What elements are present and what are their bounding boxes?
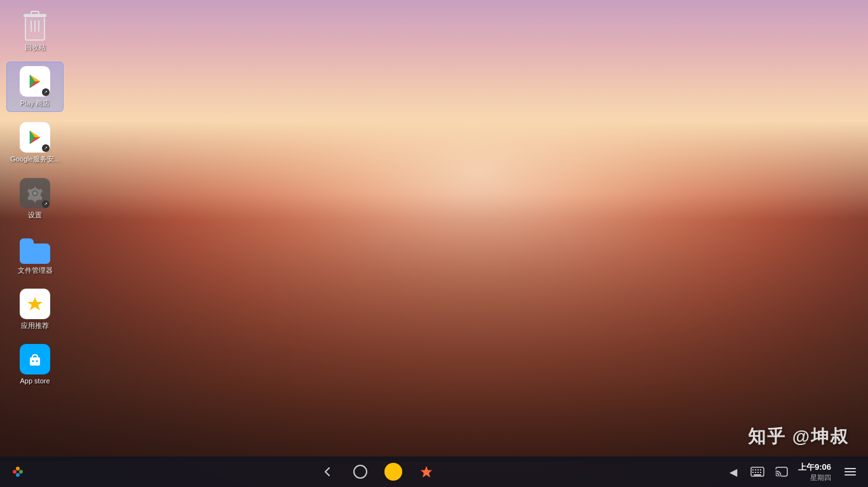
svg-point-16	[19, 470, 23, 474]
desktop-icon-settings[interactable]: 设置	[6, 174, 64, 223]
file-manager-icon	[20, 233, 50, 264]
svg-rect-28	[760, 472, 761, 473]
svg-rect-22	[755, 469, 756, 470]
app-store-label: App store	[20, 377, 50, 385]
svg-point-17	[16, 467, 20, 470]
back-button[interactable]	[316, 460, 339, 483]
settings-icon	[20, 178, 50, 209]
app-recommend-icon	[20, 289, 50, 319]
taskbar-nav	[31, 460, 723, 483]
desktop-icon-app-recommend[interactable]: 应用推荐	[6, 285, 64, 334]
taskbar: ◀ 上午9:0	[0, 456, 868, 487]
overflow-icon	[842, 465, 858, 478]
arrow-left-icon: ◀	[729, 466, 737, 478]
clock-date: 星期四	[810, 473, 831, 483]
play-store-icon	[20, 66, 50, 97]
svg-point-14	[36, 360, 38, 362]
svg-marker-19	[421, 466, 432, 477]
desktop-icons: 回收站 Play 商店	[6, 6, 64, 389]
trash-icon	[20, 10, 50, 41]
settings-badge	[42, 200, 50, 208]
play-store-label: Play 商店	[20, 99, 50, 107]
svg-point-10	[33, 191, 37, 195]
svg-point-13	[32, 360, 34, 362]
app-store-icon	[20, 344, 50, 374]
desktop-icon-file-manager[interactable]: 文件管理器	[6, 230, 64, 278]
cast-icon	[775, 466, 788, 477]
taskbar-overflow-button[interactable]	[837, 459, 863, 484]
cast-button[interactable]	[771, 462, 792, 482]
app-recommend-label: 应用推荐	[21, 322, 49, 330]
svg-rect-12	[30, 357, 40, 366]
apps-button[interactable]	[382, 460, 405, 483]
hamburger-icon	[11, 465, 25, 479]
svg-rect-24	[760, 469, 761, 470]
arrow-left-button[interactable]: ◀	[723, 462, 743, 482]
desktop-icon-app-store[interactable]: App store	[6, 340, 64, 389]
shortcut-button[interactable]	[415, 460, 438, 483]
trash-label: 回收站	[25, 43, 46, 51]
star-nav-icon	[419, 465, 433, 479]
keyboard-icon	[750, 467, 764, 477]
desktop-icon-play-store[interactable]: Play 商店	[6, 62, 64, 112]
home-button[interactable]	[349, 460, 372, 483]
svg-rect-27	[757, 472, 759, 473]
clock-area: 上午9:06 星期四	[798, 462, 831, 483]
desktop-icon-google-services[interactable]: Google服务安...	[6, 118, 64, 167]
svg-rect-23	[757, 469, 759, 470]
desktop-icon-trash[interactable]: 回收站	[6, 6, 64, 55]
file-manager-label: 文件管理器	[18, 266, 53, 275]
keyboard-button[interactable]	[747, 462, 768, 482]
play-store-badge	[42, 88, 50, 96]
svg-marker-11	[27, 297, 43, 310]
svg-rect-21	[752, 469, 754, 470]
wallpaper	[0, 0, 868, 487]
svg-rect-25	[752, 472, 754, 473]
svg-point-18	[16, 473, 20, 477]
taskbar-left	[5, 459, 31, 484]
apps-icon	[384, 463, 402, 481]
svg-rect-29	[754, 474, 761, 476]
back-icon	[321, 465, 334, 478]
svg-point-15	[13, 470, 17, 474]
watermark: 知乎 @坤叔	[748, 425, 849, 449]
clock-time: 上午9:06	[798, 462, 831, 473]
google-services-label: Google服务安...	[10, 155, 60, 163]
taskbar-right: ◀ 上午9:0	[723, 459, 863, 484]
settings-label: 设置	[28, 211, 42, 219]
taskbar-menu-button[interactable]	[5, 459, 31, 484]
home-icon	[353, 465, 367, 479]
google-services-badge	[42, 144, 50, 152]
svg-rect-26	[755, 472, 756, 473]
google-services-icon	[20, 122, 50, 153]
